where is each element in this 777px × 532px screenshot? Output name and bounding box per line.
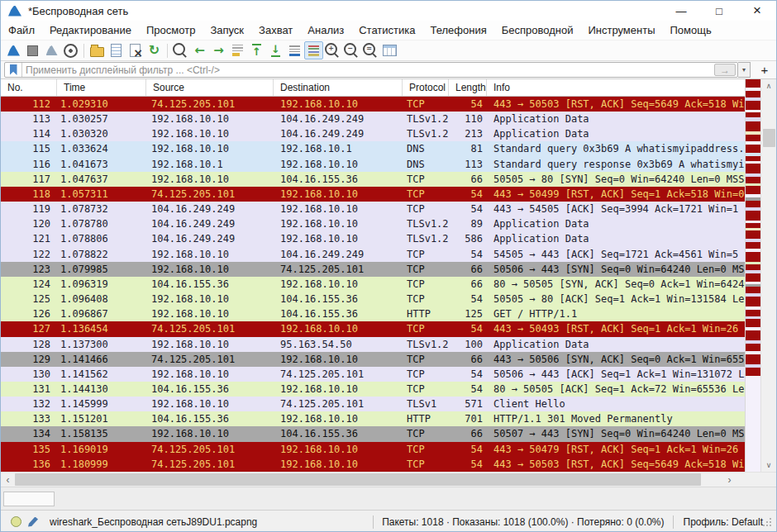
cell-no: 124	[1, 277, 57, 292]
start-capture-icon[interactable]	[4, 41, 23, 59]
stop-capture-icon[interactable]	[23, 41, 42, 59]
close-file-icon[interactable]	[126, 41, 145, 59]
cell-protocol: TCP	[403, 277, 449, 292]
table-row[interactable]: 1281.137300192.168.10.1095.163.54.50TLSv…	[1, 337, 745, 352]
table-row[interactable]: 1311.144130104.16.155.36192.168.10.10TCP…	[1, 382, 745, 397]
filter-bookmark-button[interactable]	[5, 63, 22, 77]
cell-time: 1.169019	[57, 442, 146, 457]
colorize-icon[interactable]	[304, 41, 323, 59]
display-filter-input[interactable]	[22, 64, 714, 76]
table-row[interactable]: 1291.14146674.125.205.101192.168.10.10TC…	[1, 352, 745, 367]
menu-help[interactable]: Помощь	[663, 21, 719, 40]
table-row[interactable]: 1181.05731174.125.205.101192.168.10.10TC…	[1, 187, 745, 202]
table-row[interactable]: 1261.096867192.168.10.10104.16.155.36HTT…	[1, 306, 745, 321]
table-row[interactable]: 1161.041673192.168.10.1192.168.10.10DNS1…	[1, 157, 745, 172]
capture-comment-icon[interactable]	[28, 517, 38, 527]
table-row[interactable]: 1171.047637192.168.10.10104.16.155.36TCP…	[1, 172, 745, 187]
vertical-scrollbar[interactable]: ∧ ∨	[760, 79, 776, 472]
save-file-icon[interactable]	[107, 41, 126, 59]
table-row[interactable]: 1301.141562192.168.10.1074.125.205.101TC…	[1, 367, 745, 382]
minimize-button[interactable]: —	[662, 1, 700, 21]
open-file-icon[interactable]	[88, 41, 107, 59]
go-back-icon[interactable]	[190, 41, 209, 59]
cell-time: 1.030257	[57, 112, 146, 126]
column-header-source[interactable]: Source	[146, 79, 274, 96]
horizontal-scroll-track[interactable]	[15, 473, 722, 487]
table-row[interactable]: 1351.16901974.125.205.101192.168.10.10TC…	[1, 442, 745, 457]
scroll-up-arrow[interactable]: ∧	[761, 79, 776, 93]
reload-file-icon[interactable]	[145, 41, 164, 59]
column-header-info[interactable]: Info	[487, 79, 745, 96]
restart-capture-icon[interactable]	[42, 41, 61, 59]
filter-bar: → ▾ +	[1, 61, 776, 79]
vertical-scroll-thumb[interactable]	[763, 129, 775, 147]
zoom-in-icon[interactable]	[323, 41, 342, 59]
column-header-protocol[interactable]: Protocol	[403, 79, 449, 96]
table-row[interactable]: 1331.151201104.16.155.36192.168.10.10HTT…	[1, 411, 745, 426]
cell-protocol: TLSv1.2	[403, 231, 449, 246]
menu-view[interactable]: Просмотр	[139, 21, 203, 40]
horizontal-scroll-thumb[interactable]	[15, 473, 701, 486]
profile-label[interactable]: Профиль: Default	[679, 516, 770, 528]
scroll-down-arrow[interactable]: ∨	[761, 458, 776, 472]
column-header-no[interactable]: No.	[1, 79, 57, 96]
capture-options-icon[interactable]	[61, 41, 80, 59]
zoom-out-icon[interactable]	[342, 41, 361, 59]
minimap-scrollbar[interactable]	[745, 79, 760, 472]
menu-edit[interactable]: Редактирование	[42, 21, 139, 40]
cell-info: Application Data	[487, 337, 745, 352]
table-row[interactable]: 1131.030257192.168.10.10104.16.249.249TL…	[1, 112, 745, 126]
cell-time: 1.057311	[57, 187, 146, 202]
horizontal-scrollbar[interactable]: ‹ ›	[1, 472, 776, 487]
expert-info-icon[interactable]	[11, 516, 21, 527]
menu-statistics[interactable]: Статистика	[351, 21, 422, 40]
column-header-length[interactable]: Length	[449, 79, 487, 96]
cell-destination: 192.168.10.10	[274, 202, 403, 216]
auto-scroll-icon[interactable]	[285, 41, 304, 59]
cell-length: 125	[449, 306, 487, 321]
column-header-time[interactable]: Time	[57, 79, 146, 96]
scroll-left-arrow[interactable]: ‹	[1, 473, 15, 487]
table-row[interactable]: 1211.078806104.16.249.249192.168.10.10TL…	[1, 231, 745, 246]
apply-filter-button[interactable]: →	[714, 64, 736, 76]
add-filter-button[interactable]: +	[756, 62, 773, 78]
table-row[interactable]: 1231.079985192.168.10.1074.125.205.101TC…	[1, 262, 745, 277]
cell-time: 1.144130	[57, 382, 146, 397]
table-row[interactable]: 1141.030320192.168.10.10104.16.249.249TL…	[1, 126, 745, 141]
resize-columns-icon[interactable]	[380, 41, 399, 59]
menu-tools[interactable]: Инструменты	[580, 21, 662, 40]
table-row[interactable]: 1151.033624192.168.10.10192.168.10.1DNS8…	[1, 141, 745, 156]
table-row[interactable]: 1241.096319104.16.155.36192.168.10.10TCP…	[1, 277, 745, 292]
cell-length: 54	[449, 457, 487, 472]
resize-grip[interactable]	[770, 525, 771, 526]
table-row[interactable]: 1321.145999192.168.10.1074.125.205.101TL…	[1, 397, 745, 411]
table-row[interactable]: 1341.158135192.168.10.10104.16.155.36TCP…	[1, 426, 745, 441]
minimap-stripe	[746, 330, 760, 340]
vertical-scroll-track[interactable]	[761, 93, 776, 458]
go-first-packet-icon[interactable]	[247, 41, 266, 59]
table-row[interactable]: 1361.18099974.125.205.101192.168.10.10TC…	[1, 457, 745, 472]
filter-dropdown-caret[interactable]: ▾	[738, 62, 751, 78]
zoom-original-icon[interactable]	[361, 41, 380, 59]
menu-analyze[interactable]: Анализ	[300, 21, 351, 40]
table-row[interactable]: 1251.096408192.168.10.10104.16.155.36TCP…	[1, 292, 745, 306]
go-to-packet-icon[interactable]	[228, 41, 247, 59]
table-row[interactable]: 1201.078780104.16.249.249192.168.10.10TL…	[1, 216, 745, 231]
find-packet-icon[interactable]	[171, 41, 190, 59]
go-last-packet-icon[interactable]	[266, 41, 285, 59]
close-button[interactable]: ×	[738, 1, 776, 21]
menu-go[interactable]: Запуск	[203, 21, 251, 40]
table-row[interactable]: 1191.078732104.16.249.249192.168.10.10TC…	[1, 202, 745, 216]
menu-file[interactable]: Файл	[1, 21, 42, 40]
menu-wireless[interactable]: Беспроводной	[494, 21, 581, 40]
menu-telephony[interactable]: Телефония	[422, 21, 493, 40]
menu-capture[interactable]: Захват	[251, 21, 300, 40]
menu-bar: Файл Редактирование Просмотр Запуск Захв…	[1, 21, 776, 40]
go-forward-icon[interactable]	[209, 41, 228, 59]
scroll-right-arrow[interactable]: ›	[722, 473, 736, 487]
maximize-button[interactable]: □	[700, 1, 738, 21]
table-row[interactable]: 1121.02931074.125.205.101192.168.10.10TC…	[1, 97, 745, 112]
table-row[interactable]: 1221.078822192.168.10.10104.16.249.249TC…	[1, 247, 745, 262]
column-header-destination[interactable]: Destination	[274, 79, 403, 96]
table-row[interactable]: 1271.13645474.125.205.101192.168.10.10TC…	[1, 321, 745, 336]
